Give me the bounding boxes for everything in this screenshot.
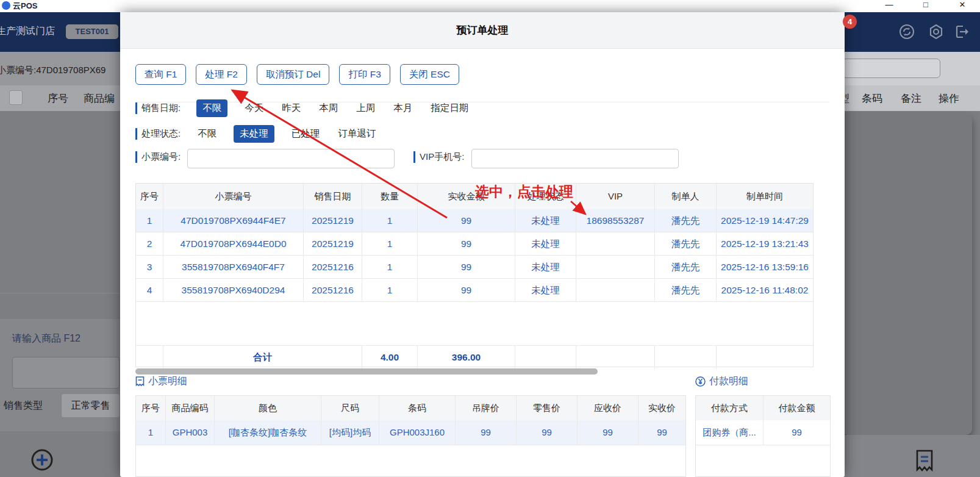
add-item-icon[interactable] (30, 448, 54, 472)
receipt-icon (135, 376, 145, 387)
table-filler (136, 445, 685, 476)
filter-option[interactable]: 指定日期 (429, 99, 470, 117)
vip-phone-input[interactable] (471, 149, 679, 168)
table-row[interactable]: 247D019708PX6944E0D020251219199未处理潘先先202… (136, 232, 813, 255)
filter-option[interactable]: 昨天 (281, 99, 302, 117)
table-row[interactable]: 4355819708PX6940D29420251216199未处理潘先先202… (136, 278, 813, 301)
column-header: 小票编号 (163, 184, 303, 209)
bg-column-seq: 序号 (48, 91, 68, 106)
column-header: 序号 (136, 396, 165, 420)
modal-action-button[interactable]: 打印 F3 (339, 64, 390, 85)
table-cell: 2025-12-16 13:59:16 (716, 256, 813, 278)
total-cell (654, 346, 716, 369)
status-filter-label: 处理状态: (135, 128, 181, 140)
app-title: 云POS (13, 1, 37, 12)
detail-table-header: 序号商品编码颜色尺码条码吊牌价零售价应收价实收价 (136, 396, 685, 420)
dialog-action-buttons: 查询 F1处理 F2取消预订 Del打印 F3关闭 ESC (135, 64, 459, 85)
column-header: 零售价 (516, 396, 577, 420)
table-cell: 4 (136, 279, 163, 301)
table-cell: 2025-12-19 13:21:43 (716, 232, 813, 255)
bg-column-barcode: 条码 (862, 91, 882, 106)
total-amount: 396.00 (417, 346, 515, 369)
filter-option[interactable]: 不限 (196, 125, 218, 143)
table-cell: 潘先先 (654, 232, 716, 255)
table-cell: 1 (136, 209, 163, 232)
table-cell: 2025-12-19 14:47:29 (716, 209, 813, 232)
table-row[interactable]: 147D019708PX6944F4E720251219199未处理186985… (136, 209, 813, 232)
orders-table-body: 147D019708PX6944F4E720251219199未处理186985… (136, 209, 813, 301)
modal-action-button[interactable]: 关闭 ESC (400, 64, 459, 85)
table-filler (696, 445, 830, 476)
date-filter-row: 销售日期: 不限今天昨天本周上周本月指定日期 (135, 99, 470, 117)
window-minimize-button[interactable]: — (880, 0, 898, 11)
modal-action-button[interactable]: 取消预订 Del (257, 64, 330, 85)
total-cell (576, 346, 654, 369)
horizontal-scrollbar[interactable] (135, 368, 598, 375)
table-cell: [均码]均码 (321, 420, 379, 445)
filter-option[interactable]: 已处理 (290, 125, 321, 143)
column-header: 处理状态 (515, 184, 576, 209)
column-header: 付款金额 (763, 396, 830, 420)
modal-action-button[interactable]: 查询 F1 (135, 64, 186, 85)
table-cell: 99 (417, 209, 515, 232)
yuan-circle-icon (695, 376, 706, 387)
app-logo (2, 1, 10, 10)
table-cell: 2 (136, 232, 163, 255)
table-row[interactable]: 团购券（商...99 (696, 420, 830, 445)
select-all-checkbox[interactable] (9, 90, 23, 105)
column-header: 商品编码 (165, 396, 214, 420)
table-row[interactable]: 1GPH003[咖杏条纹]咖杏条纹[均码]均码GPH003J1609999999… (136, 420, 685, 445)
modal-action-button[interactable]: 处理 F2 (196, 64, 246, 85)
column-header: 制单时间 (716, 184, 813, 209)
status-filter-options: 不限未处理已处理订单退订 (196, 125, 377, 143)
window-titlebar: 云POS — □ ✕ (0, 0, 980, 12)
receipt-number-input[interactable] (187, 149, 395, 168)
table-cell: 355819708PX6940D294 (163, 279, 303, 301)
filter-option[interactable]: 未处理 (234, 125, 274, 143)
table-cell: [咖杏条纹]咖杏条纹 (214, 420, 321, 445)
total-cell (716, 346, 813, 369)
bg-column-action: 操作 (939, 91, 959, 106)
filter-option[interactable]: 今天 (243, 99, 265, 117)
table-cell (576, 279, 654, 301)
total-quantity: 4.00 (362, 346, 417, 369)
date-filter-options: 不限今天昨天本周上周本月指定日期 (196, 99, 470, 117)
store-code-badge: TEST001 (66, 24, 118, 39)
table-cell: 20251219 (303, 232, 362, 255)
product-input[interactable] (12, 357, 120, 389)
filter-option[interactable]: 本月 (392, 99, 413, 117)
filter-option[interactable]: 订单退订 (337, 125, 377, 143)
bottom-bar-right (845, 435, 980, 477)
divider (0, 293, 120, 293)
table-cell: 99 (638, 420, 685, 445)
filter-option[interactable]: 本周 (318, 99, 339, 117)
table-cell: 47D019708PX6944F4E7 (163, 209, 303, 232)
bottom-bar-left (0, 431, 120, 477)
sale-type-button[interactable]: 正常零售 (61, 393, 120, 418)
table-cell: 未处理 (515, 279, 576, 301)
filter-option[interactable]: 不限 (196, 99, 227, 117)
receipt-detail-title: 小票明细 (135, 375, 187, 388)
column-header: 付款方式 (696, 396, 763, 420)
window-maximize-button[interactable]: □ (917, 0, 935, 11)
settings-icon[interactable] (928, 23, 945, 40)
table-row[interactable]: 3355819708PX6940F4F720251216199未处理潘先先202… (136, 255, 813, 278)
window-close-button[interactable]: ✕ (953, 0, 971, 11)
column-header: 数量 (362, 184, 417, 209)
column-header: 销售日期 (303, 184, 362, 209)
table-cell: GPH003J160 (379, 420, 455, 445)
refresh-icon[interactable] (898, 23, 915, 40)
receipt-list-icon[interactable] (915, 449, 934, 473)
table-cell: 99 (516, 420, 577, 445)
sale-type-label: 销售类型 (4, 400, 43, 412)
table-cell (576, 256, 654, 278)
logout-icon[interactable] (953, 23, 970, 40)
table-cell: 潘先先 (654, 256, 716, 278)
background-search-input[interactable] (831, 59, 940, 78)
column-header: 序号 (136, 184, 163, 209)
column-header: 制单人 (654, 184, 716, 209)
bg-column-remark: 备注 (901, 91, 921, 106)
table-cell: 355819708PX6940F4F7 (163, 256, 303, 278)
table-cell: 99 (763, 420, 830, 445)
filter-option[interactable]: 上周 (355, 99, 376, 117)
